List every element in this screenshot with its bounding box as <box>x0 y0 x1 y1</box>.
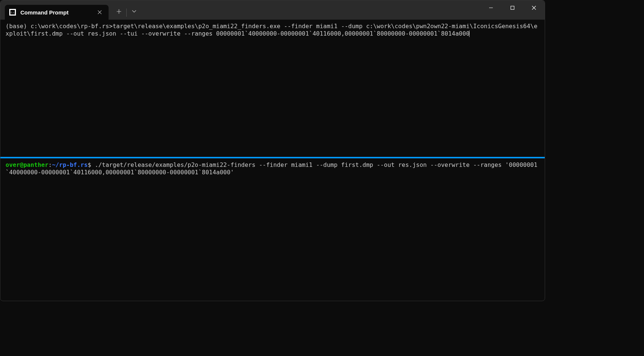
plus-icon <box>117 9 121 14</box>
prompt-path: ~/rp-bf.rs <box>52 161 87 168</box>
terminal-pane-top[interactable]: (base) c:\work\codes\rp-bf.rs>target\rel… <box>0 20 545 157</box>
close-window-button[interactable] <box>523 0 545 15</box>
maximize-button[interactable] <box>502 0 523 15</box>
window-controls <box>480 0 545 15</box>
prompt-dollar: $ <box>88 161 92 168</box>
close-icon <box>532 6 536 10</box>
minimize-button[interactable] <box>480 0 502 15</box>
tab-command-prompt[interactable]: Command Prompt <box>5 5 109 20</box>
terminal-icon <box>9 9 16 16</box>
prompt-colon: : <box>49 161 52 168</box>
prompt-user: over@panther <box>6 161 49 168</box>
minimize-icon <box>489 6 493 10</box>
chevron-down-icon <box>132 10 136 13</box>
terminal-body: (base) c:\work\codes\rp-bf.rs>target\rel… <box>0 20 545 301</box>
new-tab-button[interactable] <box>112 4 126 19</box>
svg-rect-5 <box>511 6 514 10</box>
tab-close-button[interactable] <box>95 8 104 17</box>
tab-dropdown-button[interactable] <box>127 4 142 19</box>
cursor <box>469 30 469 37</box>
terminal-pane-bottom[interactable]: over@panther:~/rp-bf.rs$ ./target/releas… <box>0 158 545 301</box>
tab-title: Command Prompt <box>20 9 95 16</box>
close-icon <box>98 10 102 14</box>
terminal-output-top: (base) c:\work\codes\rp-bf.rs>target\rel… <box>6 23 537 37</box>
maximize-icon <box>510 6 515 10</box>
titlebar: Command Prompt <box>0 0 545 20</box>
